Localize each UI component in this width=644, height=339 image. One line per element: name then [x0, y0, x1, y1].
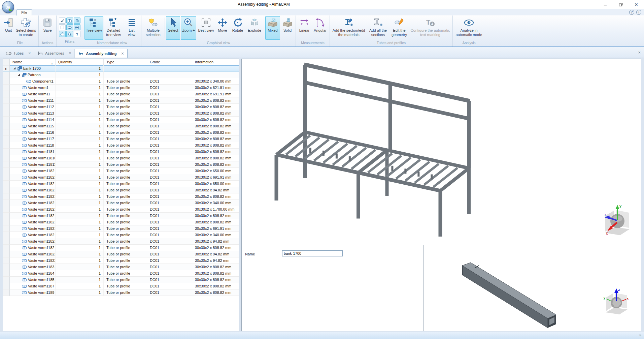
assembly-3d-viewport[interactable]: y z x — [242, 59, 641, 245]
table-row[interactable]: Vaste vorm118211241Tube or profileDC0130… — [3, 206, 239, 213]
table-row[interactable]: Vaste vorm11161Tube or profileDC0130x30x… — [3, 129, 239, 136]
filter-measure-button[interactable] — [74, 18, 80, 24]
explode-button[interactable]: Explode — [246, 16, 263, 40]
tree-view-button[interactable]: n Tree view — [84, 16, 103, 40]
tube-icon — [22, 125, 27, 128]
table-row[interactable]: Vaste vorm11151Tube or profileDC0130x30x… — [3, 123, 239, 129]
name-input[interactable] — [282, 250, 343, 256]
table-row[interactable]: ◢Patroon1 — [3, 72, 239, 78]
select-button[interactable]: Select — [166, 16, 180, 40]
save-button[interactable]: Save — [40, 16, 55, 40]
table-row[interactable]: Vaste vorm11841Tube or profileDC0130x30x… — [3, 270, 239, 277]
add-section-edit-materials-button[interactable]: Add the section/edit the materials — [331, 16, 366, 40]
table-row[interactable]: Vaste vorm1182111Tube or profileDC0130x3… — [3, 168, 239, 174]
filter-cost-button[interactable]: $ — [66, 31, 73, 37]
table-row[interactable]: Vaste vorm11141Tube or profileDC0130x30x… — [3, 117, 239, 123]
table-row[interactable]: Vaste vorm1182131Tube or profileDC0130x3… — [3, 238, 239, 245]
part-name-cell: Vaste vorm1181 — [10, 149, 56, 155]
filter-book-button[interactable] — [66, 18, 73, 24]
filter-unchecked-button[interactable] — [59, 24, 66, 30]
table-row[interactable]: Vaste vorm118101Tube or profileDC0130x30… — [3, 155, 239, 161]
minimize-button[interactable]: – — [598, 0, 613, 9]
table-row[interactable]: Vaste vorm118211111Tube or profileDC0130… — [3, 181, 239, 187]
linear-measure-button[interactable]: Linear — [297, 16, 311, 40]
table-row[interactable]: Vaste vorm118111Tube or profileDC0130x30… — [3, 161, 239, 168]
information-cell: 30x30x2 x 340.00 mm — [192, 78, 239, 85]
table-row[interactable]: Vaste vorm11811Tube or profileDC0130x30x… — [3, 149, 239, 155]
orientation-widget[interactable]: y z x — [242, 59, 641, 245]
configure-text-marking-button[interactable]: TA Configure the automatic text marking — [409, 16, 451, 40]
table-row[interactable]: Vaste vorm11821221Tube or profileDC0130x… — [3, 232, 239, 238]
table-row[interactable]: Component11Tube or profileDC0130x30x2 x … — [3, 78, 239, 85]
table-row[interactable]: Vaste vorm11181Tube or profileDC0130x30x… — [3, 142, 239, 149]
table-row[interactable]: Vaste vorm11131Tube or profileDC0130x30x… — [3, 110, 239, 117]
type-cell: Tube or profile — [104, 219, 147, 225]
expand-icon[interactable]: ◢ — [12, 65, 16, 71]
quit-button[interactable]: Quit — [3, 16, 14, 40]
close-tab-icon[interactable]: × — [122, 51, 124, 56]
table-row[interactable]: Vaste vorm11821111Tube or profileDC0130x… — [3, 174, 239, 181]
table-row[interactable]: Vaste vorm11821211Tube or profileDC0130x… — [3, 225, 239, 232]
column-header-grade[interactable]: Grade — [147, 59, 192, 65]
table-row[interactable]: Vaste vorm11831Tube or profileDC0130x30x… — [3, 264, 239, 270]
tube-icon — [22, 202, 27, 205]
table-row[interactable]: Vaste vorm11851Tube or profileDC0130x30x… — [3, 277, 239, 283]
table-row[interactable]: Vaste vorm11111Tube or profileDC0130x30x… — [3, 97, 239, 104]
close-button[interactable]: × — [629, 0, 644, 9]
filter-add-button[interactable] — [59, 31, 66, 37]
filter-assembly-cube-button[interactable] — [74, 24, 80, 30]
file-menu-tab[interactable]: File — [16, 9, 32, 16]
solid-render-button[interactable]: Solid — [281, 16, 294, 40]
best-view-button[interactable]: Best view — [197, 16, 215, 40]
table-row[interactable]: Vaste vorm118211231Tube or profileDC0130… — [3, 200, 239, 206]
rotate-button[interactable]: Rotate — [230, 16, 245, 40]
tabbar-close-icon[interactable]: × — [638, 50, 641, 55]
filter-checked-button[interactable] — [59, 18, 66, 24]
type-cell: Tube or profile — [104, 200, 147, 206]
detailed-tree-view-button[interactable]: Detailed tree view — [104, 16, 123, 40]
table-row[interactable]: Vaste vorm1182221Tube or profileDC0130x3… — [3, 251, 239, 257]
move-button[interactable]: Move — [216, 16, 229, 40]
table-row[interactable]: ►◢bank-17001 — [3, 65, 239, 72]
filter-unknown-button[interactable]: ? — [74, 31, 80, 37]
expand-icon[interactable]: ◢ — [17, 72, 21, 78]
table-row[interactable]: Vaste vorm11821121Tube or profileDC0130x… — [3, 187, 239, 193]
mixed-render-button[interactable]: Mixed — [265, 16, 280, 40]
column-header-type[interactable]: Type — [104, 59, 147, 65]
select-items-to-create-button[interactable]: Select items to create — [15, 16, 37, 40]
help-icon[interactable]: ? — [629, 10, 634, 15]
table-row[interactable]: Vaste vorm11821131Tube or profileDC0130x… — [3, 213, 239, 219]
tab-assembly-editing[interactable]: Assembly editing × — [75, 49, 127, 58]
column-header-quantity[interactable]: Quantity — [56, 59, 104, 65]
table-row[interactable]: Vaste vorm11Tube or profileDC0130x30x2 x… — [3, 85, 239, 91]
column-header-name[interactable]: Name▲ — [10, 59, 56, 65]
part-name-cell: Vaste vorm1 — [10, 85, 56, 91]
table-row[interactable]: Vaste vorm11171Tube or profileDC0130x30x… — [3, 136, 239, 142]
analyze-automatic-button[interactable]: Analyze in automatic mode — [454, 16, 484, 40]
tab-tubes[interactable]: Tubes × — [3, 49, 34, 58]
angular-measure-button[interactable]: Angular — [312, 16, 328, 40]
tube-3d-viewport[interactable]: z y x — [423, 245, 641, 331]
tab-assemblies[interactable]: Assemblies × — [34, 49, 75, 58]
restore-button[interactable] — [613, 0, 629, 9]
table-row[interactable]: Vaste vorm11121Tube or profileDC0130x30x… — [3, 104, 239, 110]
zoom-plus-button[interactable]: Zoom + — [181, 16, 196, 40]
close-tab-icon[interactable]: × — [69, 51, 71, 56]
table-row[interactable]: Vaste vorm118211221Tube or profileDC0130… — [3, 193, 239, 200]
status-overflow-icon[interactable]: » — [639, 333, 641, 338]
column-header-information[interactable]: Information — [192, 59, 239, 65]
list-view-button[interactable]: List view — [124, 16, 140, 40]
add-all-sections-button[interactable]: Add all the sections — [367, 16, 389, 40]
table-row[interactable]: Vaste vorm111Tube or profileDC0130x30x2 … — [3, 91, 239, 97]
table-row[interactable]: Vaste vorm11891Tube or profileDC0130x30x… — [3, 289, 239, 296]
table-row[interactable]: Vaste vorm1182121Tube or profileDC0130x3… — [3, 219, 239, 225]
table-row[interactable]: Vaste vorm1182231Tube or profileDC0130x3… — [3, 257, 239, 264]
filter-tube-button[interactable] — [66, 24, 73, 30]
table-row[interactable]: Vaste vorm11871Tube or profileDC0130x30x… — [3, 283, 239, 289]
info-icon[interactable]: i — [636, 10, 641, 15]
close-tab-icon[interactable]: × — [28, 51, 31, 56]
app-logo[interactable]: a — [2, 1, 14, 13]
table-row[interactable]: Vaste vorm11821321Tube or profileDC0130x… — [3, 245, 239, 251]
edit-geometry-button[interactable]: Edit the geometry — [390, 16, 409, 40]
multiple-selection-button[interactable]: Multiple selection — [143, 16, 164, 40]
